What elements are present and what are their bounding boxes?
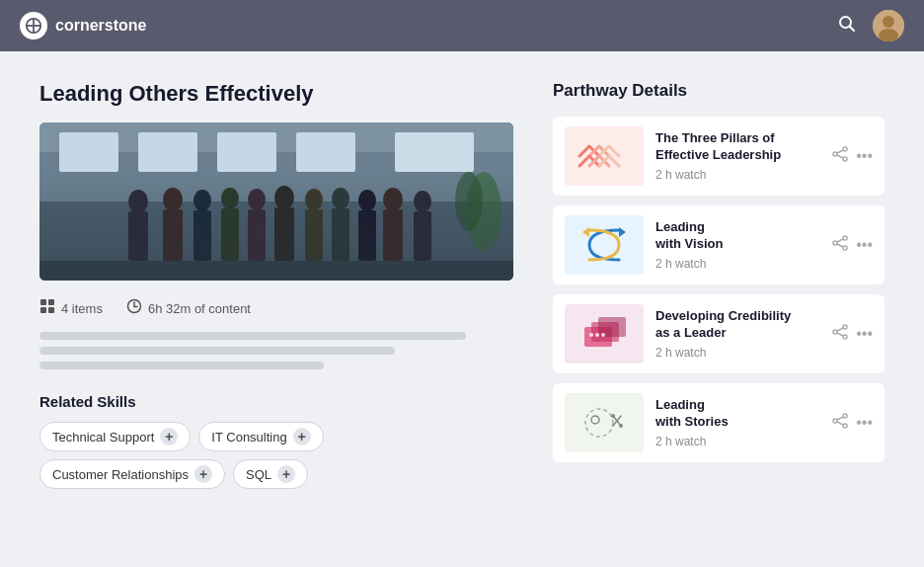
pathway-thumb-4 [565, 393, 644, 452]
items-count-text: 4 items [61, 301, 103, 316]
svg-rect-31 [305, 209, 323, 261]
svg-rect-25 [221, 208, 239, 261]
svg-point-50 [833, 152, 837, 156]
skill-plus-icon[interactable]: + [293, 428, 311, 446]
svg-point-38 [414, 191, 431, 212]
skill-tag-sql[interactable]: SQL + [233, 459, 308, 489]
svg-rect-14 [296, 132, 355, 172]
share-icon[interactable] [832, 413, 848, 433]
meta-items: 4 items [39, 298, 103, 318]
svg-point-22 [193, 190, 211, 211]
svg-line-52 [837, 150, 843, 153]
pathway-name-2: Leading with Vision [655, 219, 820, 253]
skill-tag-customer-relationships[interactable]: Customer Relationships + [39, 459, 225, 489]
svg-rect-29 [274, 207, 294, 261]
svg-rect-12 [138, 132, 197, 172]
svg-rect-41 [40, 299, 46, 305]
pathway-name-1: The Three Pillars of Effective Leadershi… [655, 130, 820, 164]
meta-row: 4 items 6h 32m of content [39, 298, 513, 318]
svg-point-28 [274, 186, 294, 209]
pathway-meta-3: 2 h watch [655, 346, 820, 360]
more-icon[interactable]: ••• [856, 325, 873, 343]
brand-icon [20, 12, 47, 40]
svg-point-6 [883, 16, 894, 28]
share-icon[interactable] [832, 324, 848, 344]
svg-point-67 [595, 333, 599, 337]
pathway-section-title: Parthway Details [553, 81, 885, 101]
page-title: Leading Others Effectively [39, 81, 513, 107]
pathway-actions-4: ••• [832, 413, 873, 433]
pathway-thumb-2 [565, 215, 644, 275]
skill-name: IT Consulting [211, 430, 286, 445]
pathway-info-4: Leading with Stories 2 h watch [655, 397, 820, 448]
more-icon[interactable]: ••• [856, 236, 873, 254]
skill-name: Technical Support [52, 430, 154, 445]
more-icon[interactable]: ••• [856, 147, 873, 165]
svg-line-73 [837, 333, 843, 336]
left-panel: Leading Others Effectively [39, 81, 513, 489]
pathway-item-1: The Three Pillars of Effective Leadershi… [553, 117, 885, 196]
svg-line-61 [837, 244, 843, 247]
brand-name: cornerstone [55, 17, 146, 35]
svg-point-36 [383, 188, 403, 211]
pathway-actions-2: ••• [832, 235, 873, 255]
more-icon[interactable]: ••• [856, 414, 873, 432]
desc-line-3 [39, 362, 324, 369]
svg-point-20 [163, 188, 183, 211]
svg-point-49 [843, 147, 847, 151]
svg-rect-21 [163, 209, 183, 261]
pathway-info-2: Leading with Vision 2 h watch [655, 219, 820, 271]
pathway-thumb-3 [565, 304, 644, 364]
svg-point-32 [332, 188, 349, 209]
skill-name: Customer Relationships [52, 467, 189, 482]
pathway-item-3: Developing Credibility as a Leader 2 h w… [553, 294, 885, 373]
svg-rect-35 [358, 210, 376, 261]
svg-point-51 [843, 157, 847, 161]
pathway-info-3: Developing Credibility as a Leader 2 h w… [655, 308, 820, 360]
pathway-meta-1: 2 h watch [655, 168, 820, 182]
duration-text: 6h 32m of content [148, 301, 251, 316]
svg-point-16 [466, 172, 501, 251]
svg-point-34 [358, 190, 376, 211]
svg-rect-15 [395, 132, 474, 172]
svg-rect-40 [39, 261, 513, 281]
pathway-thumb-1 [565, 126, 644, 186]
pathway-item-4: Leading with Stories 2 h watch [553, 383, 885, 462]
pathway-actions-1: ••• [832, 146, 873, 166]
pathway-list: The Three Pillars of Effective Leadershi… [553, 117, 885, 462]
svg-point-30 [305, 189, 323, 210]
skill-tag-technical-support[interactable]: Technical Support + [39, 422, 191, 451]
pathway-actions-3: ••• [832, 324, 873, 344]
share-icon[interactable] [832, 146, 848, 166]
skills-grid: Technical Support + IT Consulting + Cust… [39, 422, 513, 489]
search-icon[interactable] [837, 14, 857, 39]
skill-plus-icon[interactable]: + [160, 428, 178, 446]
svg-point-83 [843, 424, 847, 428]
svg-point-66 [589, 333, 593, 337]
svg-point-69 [843, 325, 847, 329]
share-icon[interactable] [832, 235, 848, 255]
svg-rect-9 [39, 202, 513, 281]
brand-logo: cornerstone [20, 12, 146, 40]
pathway-meta-2: 2 h watch [655, 257, 820, 271]
related-skills-title: Related Skills [39, 393, 513, 410]
desc-line-1 [39, 332, 466, 340]
navbar-right [837, 10, 904, 41]
svg-rect-11 [59, 132, 118, 172]
svg-rect-23 [193, 210, 211, 261]
svg-rect-43 [40, 307, 46, 313]
svg-rect-19 [128, 211, 148, 261]
skill-plus-icon[interactable]: + [277, 465, 295, 483]
pathway-name-4: Leading with Stories [655, 397, 820, 431]
svg-rect-27 [248, 209, 266, 261]
meta-duration: 6h 32m of content [126, 298, 251, 318]
navbar: cornerstone [0, 0, 924, 51]
pathway-meta-4: 2 h watch [655, 435, 820, 448]
svg-rect-54 [570, 220, 639, 270]
skill-plus-icon[interactable]: + [194, 465, 212, 483]
skill-tag-it-consulting[interactable]: IT Consulting + [198, 422, 323, 451]
avatar[interactable] [873, 10, 904, 41]
svg-point-24 [221, 188, 239, 209]
svg-point-18 [128, 190, 148, 213]
skill-name: SQL [246, 467, 271, 482]
